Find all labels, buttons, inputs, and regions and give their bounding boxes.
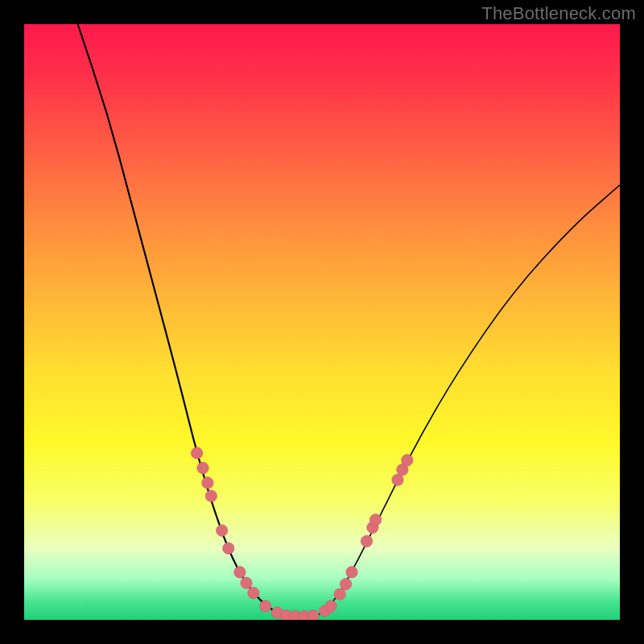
data-dot xyxy=(223,543,234,554)
data-dot xyxy=(202,477,213,489)
data-dot xyxy=(260,601,271,612)
chart-frame: TheBottleneck.com xyxy=(0,0,644,644)
data-dot xyxy=(234,567,246,578)
data-dot xyxy=(369,514,381,526)
data-dot xyxy=(361,535,372,547)
data-dot xyxy=(241,577,252,588)
watermark-text: TheBottleneck.com xyxy=(481,3,636,24)
data-dot xyxy=(346,567,357,578)
dots-group xyxy=(191,448,413,620)
data-dot xyxy=(340,578,351,589)
data-dot xyxy=(191,448,202,459)
data-dot xyxy=(217,525,228,536)
data-dot xyxy=(334,588,345,600)
curves-svg xyxy=(24,24,620,620)
curve-left-steep xyxy=(78,24,287,617)
data-dot xyxy=(248,588,259,599)
data-dot xyxy=(308,610,319,620)
data-dot xyxy=(197,462,208,473)
data-dot xyxy=(392,474,403,485)
data-dot xyxy=(325,601,336,612)
plot-area xyxy=(24,24,620,620)
data-dot xyxy=(205,490,217,502)
curve-right-shallow xyxy=(316,185,620,617)
data-dot xyxy=(402,455,413,466)
